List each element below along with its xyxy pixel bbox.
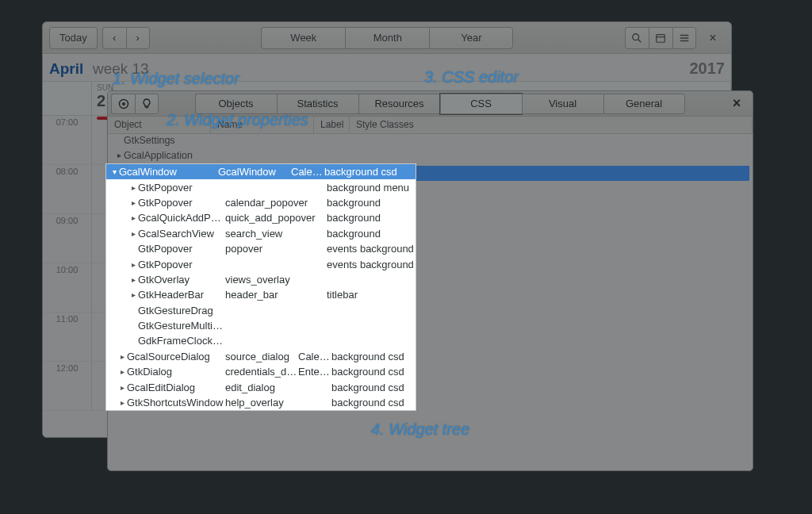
tree-roots-dimmed: GtkSettings ▸GcalApplication [111, 132, 217, 163]
menu-button[interactable] [672, 27, 696, 49]
tree-row[interactable]: ▸GtkShortcutsWindowhelp_overlaybackgroun… [106, 395, 416, 410]
tree-name: GcalWindow [218, 166, 291, 178]
tree-style: events background [327, 243, 416, 255]
inspector-close-button[interactable]: × [721, 95, 753, 112]
tree-object: GtkPopover [138, 259, 225, 270]
time-label: 11:00 [43, 313, 92, 361]
expand-caret-icon[interactable]: ▸ [128, 290, 138, 299]
tree-row[interactable]: ▸GtkPopoverevents background [106, 256, 416, 271]
tree-object: GcalEditDialog [127, 382, 225, 393]
widget-tree-highlight: ▾ GcalWindow GcalWindow Calen... backgro… [105, 163, 416, 411]
tree-row[interactable]: ▸GcalSearchViewsearch_viewbackground [106, 226, 416, 241]
tab-objects[interactable]: Objects [195, 94, 277, 114]
tree-row[interactable]: ▸GtkOverlayviews_overlay [106, 272, 416, 287]
search-button[interactable] [625, 27, 649, 49]
tree-object: GtkDialog [127, 366, 225, 378]
expand-caret-icon[interactable]: ▸ [128, 198, 138, 207]
expand-caret-icon[interactable]: ▸ [117, 398, 127, 407]
time-label: 08:00 [43, 165, 92, 213]
tree-name: search_view [225, 228, 327, 240]
time-label: 07:00 [43, 116, 92, 164]
tree-row[interactable]: GtkGestureDrag [106, 303, 416, 318]
time-label: 12:00 [43, 362, 92, 410]
expand-caret-icon[interactable]: ▸ [128, 183, 138, 192]
tab-resources[interactable]: Resources [358, 94, 440, 114]
expand-caret-icon[interactable]: ▸ [128, 260, 138, 269]
lightbulb-icon [140, 98, 153, 110]
svg-point-0 [633, 33, 639, 40]
close-icon: × [709, 31, 716, 45]
tab-css[interactable]: CSS [440, 94, 522, 114]
tree-row[interactable]: ▸GtkPopovercalendar_popoverbackground [106, 195, 416, 210]
calendar-headerbar: Today ‹ › Week Month Year × [43, 22, 731, 54]
tree-object: GdkFrameClockIdle [138, 335, 225, 347]
col-label[interactable]: Label [314, 117, 350, 133]
expand-caret-icon[interactable]: ▸ [128, 229, 138, 238]
tree-name: help_overlay [225, 397, 298, 409]
next-button[interactable]: › [126, 27, 150, 49]
calendars-button[interactable] [649, 27, 672, 49]
close-icon: × [733, 95, 741, 112]
tree-style: background csd [331, 397, 416, 409]
time-label: 10:00 [43, 263, 92, 312]
expand-caret-icon[interactable]: ▸ [128, 213, 138, 222]
tree-style: background csd [324, 166, 416, 178]
col-object[interactable]: Object [108, 117, 211, 133]
tree-row[interactable]: ▸GcalQuickAddPopoverquick_add_popoverbac… [106, 210, 416, 225]
tree-object: GcalSearchView [138, 228, 225, 240]
tab-statistics[interactable]: Statistics [277, 94, 358, 114]
expand-caret-icon[interactable]: ▸ [117, 352, 127, 361]
view-week[interactable]: Week [261, 27, 345, 49]
prev-button[interactable]: ‹ [102, 27, 126, 49]
tree-name: credentials_dialog [225, 366, 298, 378]
expand-caret-icon[interactable]: ▸ [117, 367, 127, 376]
nav-buttons: ‹ › [102, 27, 150, 49]
tree-row[interactable]: ▸GcalApplication [111, 148, 217, 163]
inspector-tabs: Objects Statistics Resources CSS Visual … [159, 94, 721, 114]
svg-line-1 [638, 39, 642, 42]
chevron-right-icon: › [136, 32, 140, 44]
tree-column-headers: Object Name Label Style Classes [108, 117, 753, 134]
expand-caret-icon[interactable]: ▸ [117, 383, 127, 392]
chevron-left-icon: ‹ [113, 32, 116, 44]
view-month[interactable]: Month [345, 27, 429, 49]
col-style[interactable]: Style Classes [350, 117, 753, 133]
view-year[interactable]: Year [429, 27, 513, 49]
close-window-button[interactable]: × [701, 27, 725, 49]
tree-row[interactable]: GtkPopoverpopoverevents background [106, 241, 416, 256]
tree-name: popover [225, 243, 327, 255]
right-buttons [625, 27, 696, 49]
expand-caret-icon[interactable]: ▾ [109, 167, 119, 176]
tree-row-selected[interactable]: ▾ GcalWindow GcalWindow Calen... backgro… [106, 164, 416, 179]
tree-name: source_dialog [225, 351, 298, 362]
tree-name: calendar_popover [225, 197, 327, 209]
tree-row[interactable]: GtkSettings [111, 132, 217, 148]
widget-flash-button[interactable] [135, 94, 159, 114]
tree-row[interactable]: ▸GtkHeaderBarheader_bartitlebar [106, 287, 416, 302]
year-label: 2017 [690, 59, 726, 78]
tree-name: views_overlay [225, 274, 327, 286]
tree-object: GtkGestureMultiPress [138, 320, 225, 332]
widget-picker-button[interactable] [111, 94, 135, 114]
expand-caret-icon[interactable]: ▸ [128, 275, 138, 284]
tree-object: GtkPopover [138, 197, 225, 209]
tree-row[interactable]: ▸GcalEditDialogedit_dialogbackground csd [106, 379, 416, 394]
tree-row[interactable]: ▸GtkDialogcredentials_dialogEnter ...bac… [106, 364, 416, 379]
tree-object: GtkGestureDrag [138, 305, 225, 316]
tree-label: Enter ... [298, 366, 331, 378]
tab-general[interactable]: General [603, 94, 685, 114]
target-icon [117, 98, 130, 110]
calendar-icon [655, 33, 666, 44]
tree-row[interactable]: ▸GcalSourceDialogsource_dialogCalen...ba… [106, 349, 416, 364]
tree-style: background csd [331, 382, 416, 393]
tree-object: GtkShortcutsWindow [127, 397, 225, 409]
tree-object: GcalWindow [119, 166, 218, 178]
col-name[interactable]: Name [211, 117, 314, 133]
tree-row[interactable]: GtkGestureMultiPress [106, 318, 416, 333]
inspector-headerbar: Objects Statistics Resources CSS Visual … [108, 91, 753, 117]
tree-row[interactable]: ▸GtkPopoverbackground menu [106, 179, 416, 194]
today-button[interactable]: Today [49, 27, 98, 49]
expand-caret-icon[interactable]: ▸ [114, 151, 124, 159]
tab-visual[interactable]: Visual [522, 94, 603, 114]
tree-row[interactable]: GdkFrameClockIdle [106, 333, 416, 348]
